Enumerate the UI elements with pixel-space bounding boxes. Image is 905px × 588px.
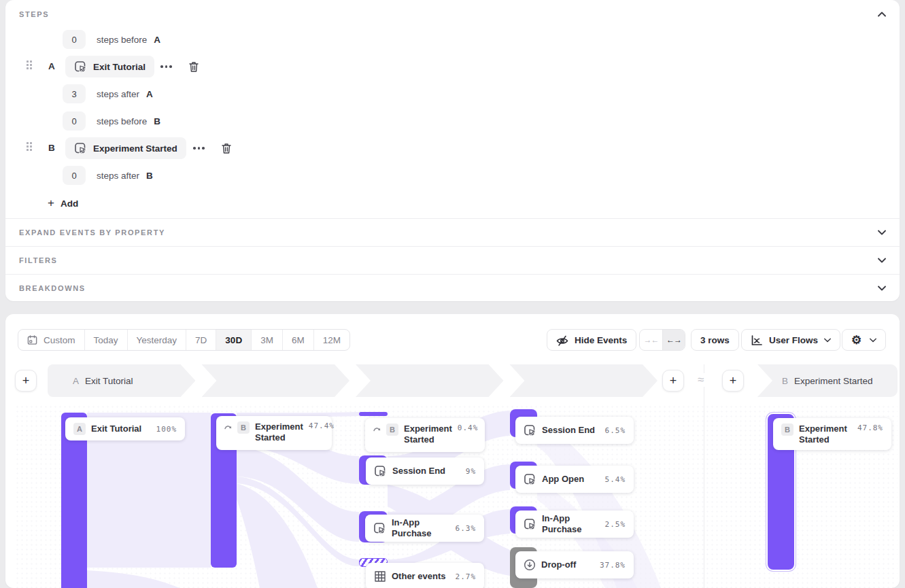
- range-3m[interactable]: 3M: [251, 330, 282, 350]
- node-card-experiment-started-col5[interactable]: B Experiment Started 47.8%: [773, 418, 891, 450]
- chevron-down-icon: [878, 258, 886, 263]
- add-column-button[interactable]: +: [722, 370, 744, 392]
- chevron-down-icon: [824, 338, 831, 343]
- steps-before-b-label: steps beforeB: [97, 116, 160, 126]
- trash-icon: [188, 60, 200, 73]
- hide-events-button[interactable]: Hide Events: [547, 329, 636, 351]
- add-column-button[interactable]: +: [662, 370, 684, 392]
- user-flows-icon: [751, 334, 763, 346]
- grid-icon: [374, 570, 386, 583]
- custom-event-icon: [74, 60, 87, 73]
- gear-icon: ⚙: [851, 334, 861, 346]
- settings-button[interactable]: ⚙: [842, 329, 886, 351]
- eye-off-icon: [556, 334, 568, 346]
- calendar-icon: [27, 334, 38, 345]
- node-card-app-open[interactable]: App Open 5.4%: [515, 466, 634, 493]
- flow-header-segment: [202, 364, 350, 397]
- rows-count-button[interactable]: 3 rows: [691, 329, 739, 351]
- range-6m[interactable]: 6M: [282, 330, 313, 350]
- steps-before-b-input[interactable]: [63, 111, 86, 131]
- range-yesterday[interactable]: Yesterday: [127, 330, 186, 350]
- section-expand-events-by-property[interactable]: EXPAND EVENTS BY PROPERTY: [5, 218, 900, 246]
- node-card-in-app-purchase-2[interactable]: In-App Purchase 2.5%: [515, 511, 634, 538]
- flow-header-segment: [510, 364, 658, 397]
- custom-event-icon: [524, 424, 536, 437]
- section-breakdowns[interactable]: BREAKDOWNS: [5, 274, 900, 302]
- custom-event-icon: [74, 142, 87, 155]
- custom-event-icon: [374, 465, 387, 478]
- visualization-panel: Custom Today Yesterday 7D 30D 3M 6M 12M …: [5, 314, 900, 588]
- step-a-event-button[interactable]: Exit Tutorial: [65, 56, 154, 77]
- steps-after-b-input[interactable]: [63, 166, 86, 185]
- node-card-experiment-started-col3[interactable]: B Experiment Started 0.4%: [365, 418, 485, 452]
- drag-handle-icon[interactable]: [27, 60, 32, 69]
- node-card-experiment-started-col2[interactable]: B Experiment Started 47.4%: [216, 416, 332, 450]
- range-30d-selected[interactable]: 30D: [216, 330, 251, 350]
- flow-header-a: A Exit Tutorial: [48, 364, 658, 397]
- node-card-session-end-2[interactable]: Session End 6.5%: [515, 417, 634, 444]
- plus-icon: +: [48, 196, 54, 210]
- step-b-delete-button[interactable]: [220, 142, 233, 154]
- step-b-letter: B: [48, 143, 55, 153]
- step-badge: B: [781, 423, 793, 436]
- chevron-down-icon: [878, 286, 886, 291]
- step-a-letter: A: [48, 61, 55, 71]
- step-badge: B: [237, 421, 250, 434]
- steps-after-b-label: steps afterB: [97, 171, 153, 181]
- step-a-more-options-icon[interactable]: [160, 65, 172, 68]
- flow-region: + A Exit Tutorial + ≈ + B Experiment Sta…: [15, 364, 898, 588]
- step-b-event-button[interactable]: Experiment Started: [65, 137, 186, 159]
- flow-header-segment: [356, 364, 504, 397]
- node-card-exit-tutorial[interactable]: A Exit Tutorial 100%: [65, 417, 185, 440]
- chevron-down-icon: [878, 230, 886, 235]
- trash-icon: [220, 142, 233, 154]
- add-column-left-button[interactable]: +: [15, 370, 37, 392]
- node-card-drop-off[interactable]: Drop-off 37.8%: [515, 551, 634, 578]
- add-step-button[interactable]: + Add: [48, 196, 78, 210]
- chevron-down-icon: [870, 338, 876, 343]
- custom-event-icon: [373, 522, 386, 535]
- view-type-button[interactable]: User Flows: [741, 329, 840, 351]
- node-card-in-app-purchase[interactable]: In-App Purchase 6.3%: [365, 515, 484, 542]
- steps-collapse-chevron-up-icon[interactable]: [878, 12, 886, 17]
- range-12m[interactable]: 12M: [313, 330, 349, 350]
- step-b-more-options-icon[interactable]: [193, 147, 205, 150]
- range-7d[interactable]: 7D: [186, 330, 216, 350]
- flow-header-b[interactable]: B Experiment Started: [757, 364, 898, 397]
- range-today[interactable]: Today: [84, 330, 127, 350]
- custom-event-icon: [524, 518, 536, 531]
- collapse-columns-button[interactable]: →←: [640, 330, 662, 350]
- steps-before-a-label: steps beforeA: [97, 35, 160, 45]
- expand-columns-button[interactable]: ←→: [662, 330, 685, 350]
- flow-header-segment-a[interactable]: A Exit Tutorial: [48, 364, 196, 397]
- drop-off-icon: [524, 559, 536, 571]
- step-badge: A: [73, 423, 86, 435]
- node-card-other-events[interactable]: Other events 2.7%: [366, 563, 484, 588]
- width-toggle-control: →← ←→: [639, 329, 685, 351]
- drag-handle-icon[interactable]: [27, 142, 32, 151]
- steps-title: STEPS: [19, 10, 49, 18]
- steps-before-a-input[interactable]: [63, 30, 86, 49]
- sankey-chart: A Exit Tutorial 100% B Experiment Starte…: [15, 404, 898, 588]
- node-marker-experiment-started[interactable]: [359, 412, 388, 416]
- steps-after-a-label: steps afterA: [97, 89, 153, 99]
- step-badge: B: [386, 423, 398, 436]
- steps-after-a-input[interactable]: [63, 84, 86, 103]
- range-custom[interactable]: Custom: [18, 330, 84, 350]
- section-filters[interactable]: FILTERS: [5, 246, 900, 274]
- resurrect-arrow-icon: [373, 426, 381, 432]
- step-a-delete-button[interactable]: [188, 60, 200, 73]
- non-contiguous-indicator: ≈: [696, 373, 706, 387]
- resurrect-arrow-icon: [224, 423, 232, 430]
- steps-panel: STEPS steps beforeA A Exit Tutorial step…: [5, 0, 900, 301]
- custom-event-icon: [524, 473, 536, 486]
- date-range-control: Custom Today Yesterday 7D 30D 3M 6M 12M: [18, 329, 350, 351]
- node-card-session-end[interactable]: Session End 9%: [366, 457, 484, 485]
